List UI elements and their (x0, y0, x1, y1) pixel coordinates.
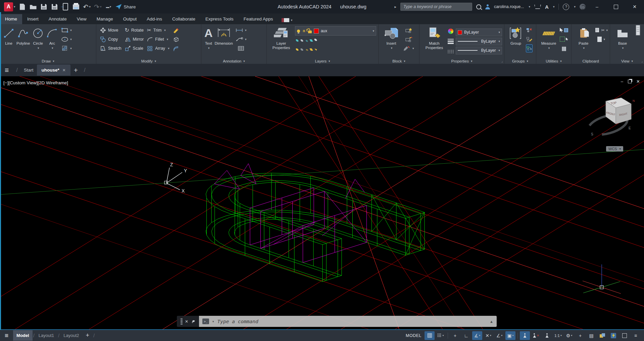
polyline-button[interactable]: Polyline (15, 26, 31, 57)
search-input[interactable] (400, 3, 472, 11)
stretch-button[interactable]: Stretch (98, 44, 123, 53)
chevron-down-icon[interactable]: ▾ (553, 5, 555, 8)
linetype-dropdown[interactable]: ByLayer ▾ (456, 47, 502, 54)
layer-on-icon[interactable] (297, 30, 300, 33)
new-drawing-tab-button[interactable]: + (70, 66, 81, 74)
panel-label-annotation[interactable]: Annotation ▾ (201, 59, 266, 63)
layer-dropdown[interactable]: ☀ aux ▾ (295, 26, 376, 36)
chevron-down-icon[interactable]: ▾ (164, 29, 166, 32)
panel-expander-icon[interactable]: ⌟ (501, 60, 503, 63)
snap-toggle[interactable]: ▾ (436, 331, 446, 340)
ribbon-display-toggle[interactable]: ▾ (282, 18, 293, 22)
drawing-restore-button[interactable] (628, 80, 632, 83)
chevron-down-icon[interactable]: ▾ (245, 29, 247, 32)
viewcube-north-label[interactable]: N (633, 99, 635, 102)
annotation-visibility-toggle[interactable] (520, 331, 530, 340)
chevron-down-icon[interactable]: ▾ (391, 47, 393, 50)
tab-express-tools[interactable]: Express Tools (200, 14, 239, 24)
mirror-button[interactable]: Mirror (123, 35, 146, 44)
share-button[interactable]: Share (115, 2, 136, 11)
plot-button[interactable] (72, 2, 80, 11)
drawing-minimize-button[interactable]: – (621, 79, 623, 84)
drawing-viewport[interactable]: [−][Custom View][2D Wireframe] – ✕ TOP F… (0, 76, 644, 330)
layer-properties-button[interactable]: Layer Properties (269, 26, 294, 57)
edit-attributes-button[interactable]: ▾ (403, 44, 414, 53)
chevron-down-icon[interactable]: ▾ (70, 38, 72, 41)
chevron-down-icon[interactable]: ▾ (574, 5, 576, 8)
panel-label-groups[interactable]: Groups ▾ (504, 59, 536, 63)
isolate-objects-button[interactable] (597, 331, 607, 340)
text-button[interactable]: A Text ▾ (203, 26, 214, 57)
command-line-grip[interactable]: ✕ (177, 316, 199, 327)
lineweight-icon[interactable] (448, 37, 454, 46)
wcs-dropdown[interactable]: WCS ▾ (606, 146, 623, 152)
chevron-down-icon[interactable]: ▾ (373, 29, 374, 33)
cut-button[interactable]: ✂ ▾ (595, 26, 608, 35)
autodesk-logo-icon[interactable]: A (545, 4, 548, 10)
file-tabs-menu-button[interactable]: ≡ (0, 66, 13, 74)
chevron-down-icon[interactable]: ▾ (245, 38, 247, 41)
group-edit-button[interactable] (526, 35, 533, 44)
chevron-down-icon[interactable]: ▾ (583, 47, 585, 50)
layout1-tab[interactable]: Layout1 (35, 330, 57, 341)
command-prompt-icon[interactable]: >_ (202, 318, 209, 324)
linetype-icon[interactable] (448, 47, 454, 56)
close-tab-icon[interactable]: ✕ (62, 68, 66, 73)
chevron-down-icon[interactable]: ▾ (52, 47, 53, 50)
lineweight-dropdown[interactable]: ByLayer ▾ (456, 38, 502, 45)
base-button[interactable]: Base ▾ (612, 26, 633, 57)
ortho-toggle[interactable]: ∟ (461, 331, 471, 340)
graphics-performance-button[interactable] (608, 331, 618, 340)
quick-calculator-button[interactable] (560, 44, 568, 53)
explode-button[interactable] (172, 35, 179, 44)
redo-button[interactable]: ↷ ▾ (94, 2, 101, 11)
command-line-bar[interactable]: >_ ▾ ▲ (199, 316, 497, 327)
scale-button[interactable]: Scale (123, 44, 146, 53)
panel-label-modify[interactable]: Modify ▾ (96, 59, 201, 63)
edit-block-button[interactable] (403, 35, 414, 44)
panel-label-draw[interactable]: Draw ▾ (0, 59, 96, 63)
chevron-down-icon[interactable]: ▾ (548, 47, 550, 50)
chevron-down-icon[interactable]: ▾ (606, 29, 608, 32)
model-tab[interactable]: Model (13, 330, 33, 341)
chevron-down-icon[interactable]: ▾ (70, 29, 72, 32)
signed-in-user[interactable]: carolina.roque... (494, 4, 524, 9)
chevron-down-icon[interactable]: ▾ (490, 334, 491, 337)
save-button[interactable] (40, 2, 48, 11)
select-similar-button[interactable] (560, 35, 568, 44)
create-block-button[interactable] (403, 26, 414, 35)
chevron-down-icon[interactable]: ▾ (571, 334, 572, 337)
customization-button[interactable]: ≡ (631, 331, 641, 340)
save-as-button[interactable] (51, 2, 58, 11)
chevron-down-icon[interactable]: ▾ (168, 47, 169, 50)
copy-clip-button[interactable]: ▾ (595, 35, 608, 44)
annotation-autoscale-toggle[interactable]: ✕ (531, 331, 541, 340)
app-store-cart-icon[interactable] (534, 5, 541, 9)
color-dropdown[interactable]: ByLayer ▾ (456, 29, 502, 36)
viewport-tool-button[interactable] (635, 26, 641, 35)
help-button[interactable]: ? (563, 4, 569, 10)
move-button[interactable]: Move (98, 26, 123, 35)
paste-button[interactable]: Paste ▾ (574, 26, 593, 57)
hatch-tool-button[interactable]: ▾ (61, 44, 72, 53)
chevron-down-icon[interactable]: ▾ (560, 334, 562, 337)
tab-collaborate[interactable]: Collaborate (167, 14, 200, 24)
tab-featured-apps[interactable]: Featured Apps (239, 14, 278, 24)
viewport-canvas[interactable] (0, 76, 644, 330)
layout-menu-button[interactable]: ≡ (0, 332, 13, 339)
chevron-down-icon[interactable]: ▾ (412, 47, 414, 50)
file-tab-start[interactable]: Start (20, 65, 37, 76)
group-selection-toggle[interactable] (526, 44, 533, 52)
panel-label-clipboard[interactable]: Clipboard (572, 59, 610, 63)
app-menu-button[interactable]: A ▾ (4, 2, 15, 11)
panel-label-properties[interactable]: Properties ▾ (419, 59, 504, 63)
wrench-icon[interactable] (191, 319, 195, 324)
chevron-down-icon[interactable]: ▾ (512, 334, 514, 337)
feedback-icon[interactable] (580, 4, 586, 10)
chevron-down-icon[interactable]: ▾ (529, 5, 531, 8)
maximize-button[interactable] (608, 0, 623, 13)
open-file-button[interactable] (30, 2, 37, 11)
offset-button[interactable] (172, 44, 179, 53)
clean-screen-button[interactable] (620, 331, 630, 340)
panel-label-utilities[interactable]: Utilities ▾ (536, 59, 571, 63)
